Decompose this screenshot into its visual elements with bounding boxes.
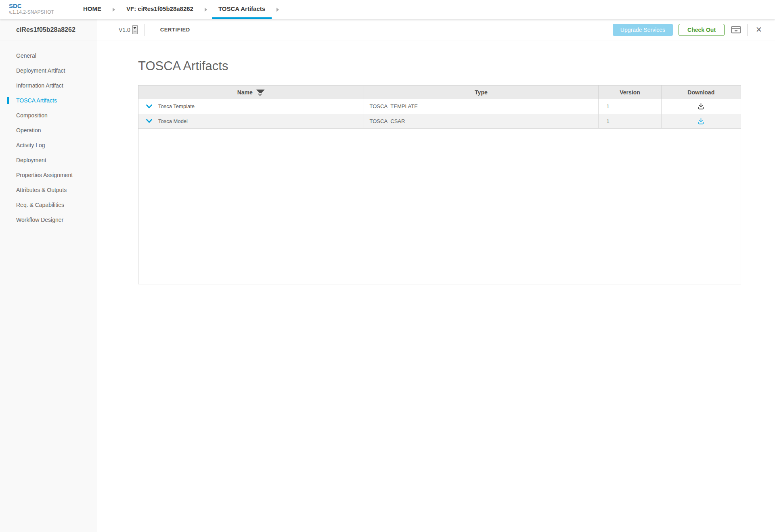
sidebar: ciRes1f05b28a8262 General Deployment Art…: [0, 19, 97, 532]
sidebar-item-deployment-artifact[interactable]: Deployment Artifact: [0, 63, 97, 78]
sidebar-item-tosca-artifacts[interactable]: TOSCA Artifacts: [0, 93, 97, 108]
toolbar-divider: [145, 24, 145, 36]
breadcrumb-arrow-icon: [205, 8, 207, 12]
artifact-name: Tosca Template: [158, 103, 195, 109]
artifact-type: TOSCA_TEMPLATE: [364, 99, 599, 114]
table-row: Tosca Template TOSCA_TEMPLATE 1: [138, 99, 741, 114]
column-header-name-label: Name: [237, 89, 253, 96]
check-out-button[interactable]: Check Out: [679, 24, 725, 36]
tab-tosca-artifacts[interactable]: TOSCA Artifacts: [212, 0, 272, 19]
artifact-name: Tosca Model: [158, 118, 188, 124]
column-header-download[interactable]: Download: [661, 86, 741, 99]
expand-chevron-down-icon[interactable]: [146, 104, 152, 108]
version-label: V1.0: [119, 27, 130, 33]
toolbar-divider: [747, 24, 748, 36]
sidebar-item-information-artifact[interactable]: Information Artifact: [0, 78, 97, 93]
top-bar: SDC v.1.14.2-SNAPSHOT HOME VF: ciRes1f05…: [0, 0, 775, 19]
page-title: TOSCA Artifacts: [138, 59, 775, 73]
sdc-logo: SDC v.1.14.2-SNAPSHOT: [0, 0, 77, 19]
toolbar: V1.0 CERTIFIED Upgrade Services Check Ou…: [97, 19, 775, 40]
breadcrumb: HOME VF: ciRes1f05b28a8262 TOSCA Artifac…: [77, 0, 284, 19]
sidebar-resource-title: ciRes1f05b28a8262: [0, 19, 97, 40]
tab-home[interactable]: HOME: [77, 0, 108, 19]
version-stepper[interactable]: [132, 25, 138, 34]
column-header-name[interactable]: Name: [138, 86, 364, 99]
main-content: V1.0 CERTIFIED Upgrade Services Check Ou…: [97, 19, 775, 532]
lifecycle-status-badge: CERTIFIED: [160, 27, 190, 33]
tosca-artifacts-table: Name Type Version Download: [138, 85, 741, 284]
sidebar-item-composition[interactable]: Composition: [0, 108, 97, 123]
table-row: Tosca Model TOSCA_CSAR 1: [138, 114, 741, 128]
breadcrumb-arrow-icon: [113, 8, 115, 12]
artifact-type: TOSCA_CSAR: [364, 114, 599, 128]
stepper-down-icon: [133, 27, 136, 29]
download-icon[interactable]: [698, 118, 704, 125]
print-icon[interactable]: [731, 25, 741, 35]
stepper-ridge: [134, 31, 136, 32]
artifact-version: 1: [599, 99, 661, 114]
close-icon[interactable]: ✕: [753, 26, 765, 33]
sidebar-menu: General Deployment Artifact Information …: [0, 40, 97, 227]
logo-version: v.1.14.2-SNAPSHOT: [9, 9, 77, 15]
sidebar-item-deployment[interactable]: Deployment: [0, 153, 97, 168]
table-header-row: Name Type Version Download: [138, 86, 741, 99]
column-header-type[interactable]: Type: [364, 86, 599, 99]
column-header-version[interactable]: Version: [599, 86, 661, 99]
sidebar-item-activity-log[interactable]: Activity Log: [0, 138, 97, 153]
artifact-version: 1: [599, 114, 661, 128]
download-icon[interactable]: [698, 103, 704, 110]
expand-chevron-down-icon[interactable]: [146, 119, 152, 123]
sidebar-item-general[interactable]: General: [0, 48, 97, 63]
breadcrumb-arrow-icon: [276, 8, 279, 12]
sidebar-item-properties-assignment[interactable]: Properties Assignment: [0, 168, 97, 183]
tab-vf[interactable]: VF: ciRes1f05b28a8262: [120, 0, 200, 19]
upgrade-services-button[interactable]: Upgrade Services: [613, 24, 673, 36]
sidebar-item-workflow-designer[interactable]: Workflow Designer: [0, 213, 97, 227]
sidebar-item-operation[interactable]: Operation: [0, 123, 97, 138]
logo-title: SDC: [9, 3, 77, 9]
sidebar-item-attributes-outputs[interactable]: Attributes & Outputs: [0, 183, 97, 198]
sort-icon[interactable]: [256, 90, 265, 96]
sidebar-item-req-capabilities[interactable]: Req. & Capabilities: [0, 198, 97, 213]
